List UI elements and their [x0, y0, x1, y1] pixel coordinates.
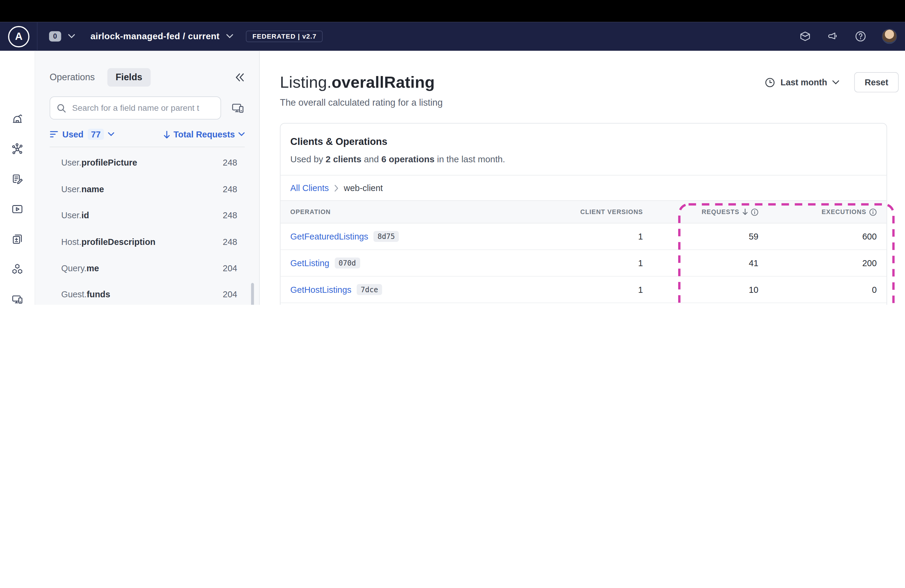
operation-link[interactable]: GetListing	[290, 258, 329, 268]
field-request-count: 204	[223, 263, 237, 273]
card-title: Clients & Operations	[290, 136, 875, 148]
top-app-bar: A 0 airlock-managed-fed / current FEDERA…	[0, 22, 905, 51]
field-parent-type: User.	[61, 158, 81, 168]
field-parent-type: Query.	[61, 263, 86, 273]
field-request-count: 248	[223, 158, 237, 168]
main-content: Listing.overallRating Last month Reset T…	[260, 51, 905, 305]
federated-version-badge: FEDERATED | v2.7	[246, 30, 323, 42]
org-chevron-down-icon[interactable]	[68, 34, 75, 39]
client-versions-value: 1	[545, 258, 643, 268]
appbar-divider	[37, 22, 37, 51]
tab-fields[interactable]: Fields	[108, 68, 150, 87]
field-list-item[interactable]: User.id 248	[50, 202, 245, 229]
rail-explorer-icon[interactable]	[5, 196, 30, 222]
breadcrumb: All Clients web-client	[280, 175, 886, 200]
summary-operations-count: 6 operations	[381, 154, 435, 164]
operations-table-body: GetFeaturedListings8d75 1 59 600 GetList…	[280, 223, 886, 305]
sort-chevron-down-icon	[238, 132, 245, 136]
client-versions-value: 1	[545, 231, 643, 241]
appbar-right-group	[799, 29, 897, 44]
sort-desc-arrow-icon	[742, 208, 748, 215]
user-avatar[interactable]	[882, 29, 897, 44]
field-request-count: 248	[223, 184, 237, 194]
used-count-badge: 77	[88, 129, 104, 140]
sort-label: Total Requests	[173, 129, 235, 139]
breadcrumb-current: web-client	[344, 183, 383, 193]
executions-value: 600	[758, 231, 876, 241]
breadcrumb-chevron-right-icon	[334, 184, 338, 191]
app-root: A 0 airlock-managed-fed / current FEDERA…	[0, 0, 905, 305]
field-request-count: 204	[223, 289, 237, 299]
used-chevron-down-icon	[108, 132, 114, 136]
org-badge[interactable]: 0	[49, 31, 61, 41]
field-name: profileDescription	[81, 237, 156, 247]
field-list-item[interactable]: User.profilePicture 248	[50, 149, 245, 176]
time-range-chevron-down-icon	[832, 80, 839, 84]
used-filter[interactable]: Used 77	[50, 129, 114, 140]
sort-total-requests[interactable]: Total Requests	[163, 129, 245, 139]
clients-toggle-icon[interactable]	[231, 102, 245, 114]
rail-schema-icon[interactable]	[5, 166, 30, 192]
breadcrumb-all-clients-link[interactable]: All Clients	[290, 183, 329, 193]
executions-value: 200	[758, 258, 876, 268]
operation-link[interactable]: GetFeaturedListings	[290, 231, 368, 241]
graph-name[interactable]: airlock-managed-fed / current	[90, 31, 219, 41]
search-input[interactable]	[71, 103, 214, 113]
requests-info-icon[interactable]	[751, 208, 758, 216]
field-name: name	[81, 184, 104, 194]
filter-icon	[50, 130, 58, 138]
operation-link[interactable]: GetHostListings	[290, 285, 351, 295]
field-name: id	[81, 210, 89, 220]
clients-operations-card: Clients & Operations Used by 2 clients a…	[280, 123, 887, 305]
field-name: funds	[87, 289, 110, 299]
requests-value: 41	[643, 258, 758, 268]
page-title-field: overallRating	[332, 73, 435, 91]
apollo-logo-icon[interactable]: A	[8, 26, 29, 47]
requests-value: 59	[643, 231, 758, 241]
field-list-item[interactable]: User.name 248	[50, 176, 245, 202]
help-icon[interactable]	[854, 30, 867, 43]
announcements-megaphone-icon[interactable]	[827, 30, 839, 43]
search-icon	[57, 103, 67, 113]
field-request-count: 248	[223, 237, 237, 247]
rail-collections-icon[interactable]	[5, 226, 30, 252]
rail-clients-icon[interactable]	[5, 286, 30, 305]
client-versions-value: 1	[545, 285, 643, 295]
field-list: User.profilePicture 248 User.name 248 Us…	[35, 147, 259, 305]
field-parent-type: Guest.	[61, 289, 86, 299]
icon-rail	[0, 51, 35, 305]
field-list-item[interactable]: Host.profileDescription 248	[50, 229, 245, 255]
executions-info-icon[interactable]	[869, 208, 876, 216]
field-search-box[interactable]	[50, 96, 221, 119]
operation-hash-badge: 070d	[335, 257, 360, 269]
rail-graph-icon[interactable]	[5, 136, 30, 162]
integrations-box-icon[interactable]	[799, 30, 811, 43]
rail-home-icon[interactable]	[5, 106, 30, 132]
operation-table-row: GetListing070d 1 41 200	[280, 250, 886, 277]
field-parent-type: Host.	[61, 237, 81, 247]
rail-subgraphs-icon[interactable]	[5, 256, 30, 282]
column-executions[interactable]: EXECUTIONS	[758, 208, 876, 216]
field-list-scrollbar[interactable]	[251, 283, 254, 305]
operations-table-header: OPERATION CLIENT VERSIONS REQUESTS EXECU…	[280, 200, 886, 223]
field-request-count: 248	[223, 210, 237, 220]
operation-table-row: SearchListingsb1b7 1 10 0	[280, 303, 886, 305]
requests-value: 10	[643, 285, 758, 295]
sort-direction-arrow-icon	[163, 130, 170, 138]
time-range-dropdown[interactable]: Last month	[765, 77, 839, 87]
tab-operations[interactable]: Operations	[50, 72, 95, 83]
field-name: profilePicture	[81, 158, 137, 168]
time-range-label: Last month	[781, 77, 827, 87]
used-filter-label: Used	[62, 129, 84, 139]
page-title: Listing.overallRating	[280, 73, 435, 92]
column-client-versions: CLIENT VERSIONS	[545, 208, 643, 215]
field-list-item[interactable]: Guest.funds 204	[50, 281, 245, 305]
column-requests[interactable]: REQUESTS	[643, 208, 758, 216]
graph-chevron-down-icon[interactable]	[227, 34, 233, 39]
reset-button[interactable]: Reset	[854, 72, 899, 92]
collapse-panel-icon[interactable]	[234, 73, 245, 82]
fields-panel: Operations Fields	[35, 51, 260, 305]
clock-icon	[765, 77, 775, 87]
field-list-item[interactable]: Query.me 204	[50, 255, 245, 281]
card-summary: Used by 2 clients and 6 operations in th…	[290, 154, 875, 165]
